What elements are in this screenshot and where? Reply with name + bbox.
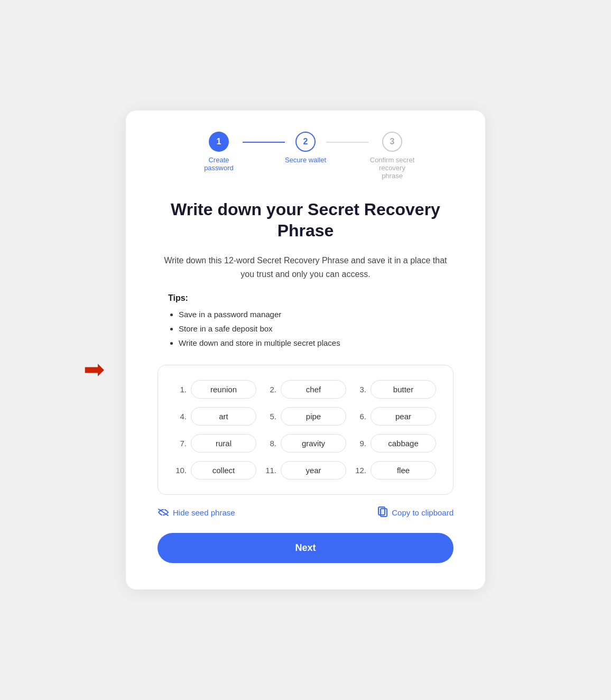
copy-icon [377, 506, 388, 518]
tips-section: Tips: Save in a password manager Store i… [158, 293, 453, 350]
phrase-word: rural [191, 434, 256, 453]
connector-2 [326, 142, 368, 143]
phrase-word: art [191, 407, 256, 426]
phrase-item: 9.cabbage [355, 434, 436, 453]
phrase-word: butter [371, 380, 436, 399]
svg-rect-1 [378, 507, 385, 515]
arrow-annotation: ➡ [84, 354, 105, 384]
phrase-word: pipe [281, 407, 346, 426]
phrase-item: 1.reunion [175, 380, 256, 399]
phrase-number: 2. [265, 385, 276, 394]
phrase-item: 4.art [175, 407, 256, 426]
phrase-number: 12. [355, 466, 366, 475]
hide-seed-phrase-button[interactable]: Hide seed phrase [158, 508, 235, 517]
step-3: 3 Confirm secret recovery phrase [368, 132, 416, 180]
stepper: 1 Create password 2 Secure wallet 3 Conf… [158, 132, 453, 180]
next-button[interactable]: Next [158, 533, 453, 563]
step-3-label: Confirm secret recovery phrase [368, 156, 416, 180]
phrase-number: 11. [265, 466, 276, 475]
tip-item-2: Store in a safe deposit box [179, 321, 453, 336]
phrase-number: 9. [355, 439, 366, 448]
step-2: 2 Secure wallet [285, 132, 326, 164]
phrase-word: flee [371, 461, 436, 480]
phrase-number: 6. [355, 412, 366, 421]
phrase-word: collect [191, 461, 256, 480]
phrase-item: 12.flee [355, 461, 436, 480]
step-1: 1 Create password [195, 132, 243, 172]
phrase-word: chef [281, 380, 346, 399]
phrase-item: 7.rural [175, 434, 256, 453]
step-1-circle: 1 [209, 132, 229, 152]
phrase-number: 8. [265, 439, 276, 448]
phrase-word: reunion [191, 380, 256, 399]
phrase-item: 11.year [265, 461, 346, 480]
phrase-item: 10.collect [175, 461, 256, 480]
phrase-item: 5.pipe [265, 407, 346, 426]
page-description: Write down this 12-word Secret Recovery … [158, 254, 453, 281]
phrase-number: 5. [265, 412, 276, 421]
connector-1 [243, 142, 285, 143]
step-2-label: Secure wallet [285, 156, 326, 164]
actions-row: Hide seed phrase Copy to clipboard [158, 506, 453, 518]
phrase-word: year [281, 461, 346, 480]
tip-item-3: Write down and store in multiple secret … [179, 336, 453, 350]
phrase-word: cabbage [371, 434, 436, 453]
tips-list: Save in a password manager Store in a sa… [168, 307, 453, 350]
phrase-number: 7. [175, 439, 187, 448]
step-1-label: Create password [195, 156, 243, 172]
phrase-grid: 1.reunion2.chef3.butter4.art5.pipe6.pear… [175, 380, 436, 480]
tips-heading: Tips: [168, 293, 453, 303]
phrase-number: 3. [355, 385, 366, 394]
phrase-number: 4. [175, 412, 187, 421]
phrase-number: 1. [175, 385, 187, 394]
phrase-number: 10. [175, 466, 187, 475]
phrase-item: 3.butter [355, 380, 436, 399]
phrase-container: 1.reunion2.chef3.butter4.art5.pipe6.pear… [158, 365, 453, 495]
page-title: Write down your Secret Recovery Phrase [158, 199, 453, 241]
step-2-circle: 2 [295, 132, 316, 152]
phrase-word: gravity [281, 434, 346, 453]
main-card: ➡ 1 Create password 2 Secure wallet 3 Co… [126, 110, 485, 590]
eye-slash-icon [158, 508, 169, 517]
phrase-item: 2.chef [265, 380, 346, 399]
phrase-item: 6.pear [355, 407, 436, 426]
phrase-item: 8.gravity [265, 434, 346, 453]
copy-to-clipboard-button[interactable]: Copy to clipboard [377, 506, 453, 518]
step-3-circle: 3 [382, 132, 402, 152]
phrase-word: pear [371, 407, 436, 426]
tip-item-1: Save in a password manager [179, 307, 453, 321]
